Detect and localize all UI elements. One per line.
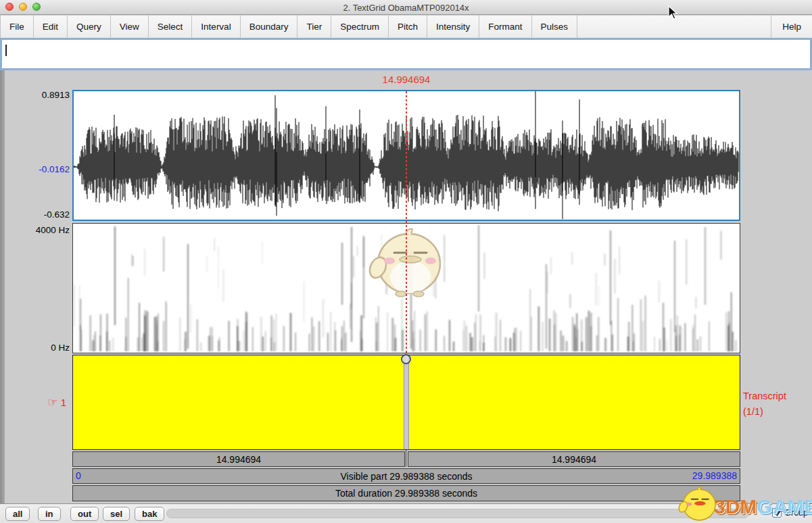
time-bar-left-segment[interactable]: 14.994694: [72, 451, 405, 467]
group-label: Group: [784, 508, 808, 518]
time-bar-right-segment[interactable]: 14.994694: [408, 451, 740, 467]
interval-text-input[interactable]: [0, 38, 812, 70]
checkmark-icon: [773, 507, 784, 518]
bottom-control-bar: all in out sel bak Group: [0, 503, 812, 523]
menubar-spacer: [577, 16, 771, 38]
menu-item-query[interactable]: Query: [68, 16, 111, 38]
menu-item-spectrum[interactable]: Spectrum: [331, 16, 389, 38]
spectrogram-min-label: 0 Hz: [2, 343, 70, 353]
waveform-max-label: 0.8913: [2, 90, 70, 100]
window-titlebar[interactable]: 2. TextGrid ObamaMTP092014x: [0, 0, 812, 15]
menu-item-tier[interactable]: Tier: [297, 16, 331, 38]
textgrid-editor-window: 2. TextGrid ObamaMTP092014x File Edit Qu…: [0, 0, 812, 523]
waveform-min-label: -0.632: [2, 209, 70, 220]
menubar: File Edit Query View Select Interval Bou…: [0, 16, 812, 38]
visible-end-label: 29.989388: [692, 470, 737, 481]
tier-number[interactable]: 1: [61, 397, 66, 408]
zoom-selection-button[interactable]: sel: [103, 507, 130, 521]
menu-item-interval[interactable]: Interval: [192, 16, 240, 38]
horizontal-scrollbar[interactable]: [166, 509, 749, 518]
menu-item-boundary[interactable]: Boundary: [241, 16, 298, 38]
total-duration-label: Total duration 29.989388 seconds: [335, 488, 477, 499]
zoom-out-button[interactable]: out: [70, 507, 99, 521]
waveform-cursor-value-label: -0.0162: [2, 164, 70, 174]
zoom-all-button[interactable]: all: [5, 507, 30, 521]
zoom-back-button[interactable]: bak: [135, 507, 164, 521]
tier-position-label: (1/1): [743, 404, 786, 420]
cursor-tick: [406, 450, 406, 467]
tier-cursor-bar[interactable]: [404, 355, 409, 449]
menu-item-intensity[interactable]: Intensity: [427, 16, 479, 38]
playback-cursor-line: [406, 91, 407, 353]
canvas-left-edge: [0, 70, 5, 503]
menu-item-edit[interactable]: Edit: [34, 16, 68, 38]
group-checkbox[interactable]: [772, 508, 782, 518]
menu-item-pulses[interactable]: Pulses: [532, 16, 578, 38]
cursor-drag-handle[interactable]: [401, 354, 411, 364]
visible-part-label: Visible part 29.989388 seconds: [340, 471, 472, 482]
spectrogram-max-label: 4000 Hz: [2, 225, 70, 235]
zoom-in-button[interactable]: in: [38, 507, 61, 521]
menu-item-file[interactable]: File: [0, 16, 34, 38]
group-checkbox-row: Group: [772, 508, 808, 518]
menu-item-view[interactable]: View: [111, 16, 149, 38]
menu-item-formant[interactable]: Formant: [479, 16, 531, 38]
selected-tier-hand-icon: ☞: [47, 396, 57, 409]
cursor-time-label: 14.994694: [383, 74, 431, 85]
menu-item-select[interactable]: Select: [149, 16, 193, 38]
menu-item-pitch[interactable]: Pitch: [389, 16, 427, 38]
text-caret: [5, 45, 7, 56]
visible-start-label: 0: [76, 470, 81, 481]
window-title: 2. TextGrid ObamaMTP092014x: [0, 3, 812, 13]
visible-part-bar[interactable]: 0 Visible part 29.989388 seconds 29.9893…: [72, 468, 740, 484]
menu-item-help[interactable]: Help: [771, 16, 812, 38]
tier-name-label: Transcript: [743, 389, 786, 404]
total-duration-bar[interactable]: Total duration 29.989388 seconds: [72, 485, 740, 501]
